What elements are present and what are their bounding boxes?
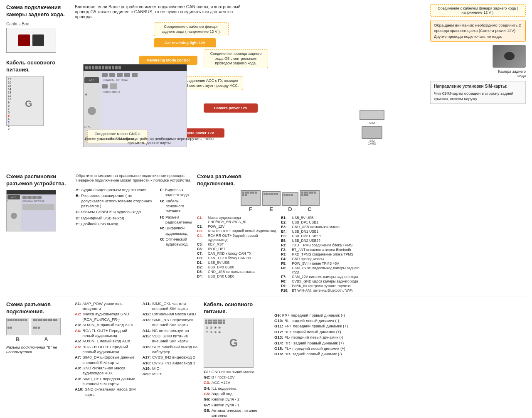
conn-id: D2: xyxy=(197,265,206,269)
conn-desc: CAN_RXD к блоку CAN TX xyxy=(208,251,251,256)
pin-item-a: A16:SUB линейный выход на сабвуфер xyxy=(142,344,200,355)
camera-power-1: Camera power 12V xyxy=(204,103,258,113)
pin-item-a: A5:AUXIN_L левый вход AUX xyxy=(75,339,138,344)
conn-f-label: F xyxy=(249,206,252,212)
pin-a-label: A5: xyxy=(75,339,81,344)
board-hi: H xyxy=(84,93,99,96)
conn-row: E6:USB_DN2 USB2? xyxy=(281,239,363,243)
cc-p7 xyxy=(301,194,303,196)
gp4 xyxy=(213,320,215,322)
conn-desc: USB_DP0 USB0 xyxy=(208,265,234,269)
pin-list-a: A1:AMP_POW усилитель мощностиA2:Масса ау… xyxy=(75,301,200,397)
gp10 xyxy=(208,322,210,324)
pin-a-label: A15: xyxy=(142,334,151,344)
warning-text: Внимание: если Ваше устройство имеет под… xyxy=(75,4,249,19)
pin-item: D:Одинарный USB выход xyxy=(76,216,153,221)
mid-warning: Обратите внимание на правильное подключе… xyxy=(76,173,192,182)
conn-id: F9: xyxy=(281,284,290,288)
bot-left-panel: Схема разъемов подключения. B xyxy=(6,301,71,418)
conn-row: C4:RCA RR OUT+ Задний правый аудиовыход xyxy=(197,234,278,242)
pin-item-a: A9:SIM0_DET передача данных внешней SIM … xyxy=(75,376,138,387)
chip-e xyxy=(102,73,108,77)
pin-16: 16 xyxy=(8,81,11,84)
pin-a-label: A2: xyxy=(75,312,81,322)
pin-item: O:Оптический аудиовыход xyxy=(160,237,192,247)
camera-area: Камера заднего вида xyxy=(430,45,526,78)
chip-n xyxy=(102,84,108,89)
conn-desc: BT WIH-ANI: антенна Bluetooth / WiFi xyxy=(292,288,352,293)
gn3: ④ xyxy=(214,326,217,329)
conn-c-pins xyxy=(300,191,319,197)
chip-d xyxy=(109,73,115,77)
conn-id: E5: xyxy=(281,234,290,238)
pin-desc: Цифровой аудиовыход xyxy=(165,226,192,236)
conn-row: E5:USB_DP2 USB2 ? xyxy=(281,234,363,238)
pin-7: 7 xyxy=(8,108,11,111)
conn-id: F8: xyxy=(281,279,290,283)
pin-item-g: G4:ILL подсветка xyxy=(204,386,270,391)
cc-p8 xyxy=(304,194,306,196)
conn-row: F5:POW_5V питание TPMS +5V xyxy=(281,261,363,266)
conn-row: F3:RXD_TPMS соединение Блока TPMS xyxy=(281,252,363,256)
conn-desc: USB_5V USB xyxy=(208,261,229,265)
ba-connector-area: B A xyxy=(6,318,71,342)
pin-desc: Разъем радиоантенны xyxy=(165,215,192,225)
ce-p1 xyxy=(264,193,266,195)
cb-p4 xyxy=(15,319,17,321)
cd-p3 xyxy=(288,194,291,196)
pin-label: H: xyxy=(160,215,164,225)
conn-id: C7: xyxy=(197,251,206,256)
conn-id: C3: xyxy=(197,229,206,233)
pin-item-a: A14:NC не используется xyxy=(142,328,200,333)
cf-p6 xyxy=(255,192,257,194)
conn-id: C1: xyxy=(197,216,206,224)
pin-g-desc: Кнопки руля - 1 xyxy=(212,403,239,408)
pin-item-g: G3:ACC +12V xyxy=(204,380,270,385)
conn-id: E1: xyxy=(281,216,290,220)
pin-9: 9 xyxy=(8,101,11,104)
pin-a-desc: AUXIN_L левый вход AUX xyxy=(82,339,130,344)
sb-coaxial: COAXIAL OPTICAL xyxy=(22,200,54,202)
conn-row: C6:IPOD_DET xyxy=(197,247,278,251)
gp16 xyxy=(223,322,225,324)
cf-p8 xyxy=(245,194,247,196)
pin-item: B:Резервное расширение ( не допускается … xyxy=(76,193,153,209)
conn-table-c2: E1:USB_5V USBE2:USB_DP1 USB1E3:GND_USB с… xyxy=(281,216,363,293)
cb-p8 xyxy=(25,319,27,321)
sb-chip-c xyxy=(32,196,37,199)
conn-desc: BT_ANT внешняя антенна Bluetooth xyxy=(292,248,351,252)
conn-e-pins xyxy=(263,192,280,196)
conn-desc: USB_DP2 USB2 ? xyxy=(292,234,321,238)
pin-g2-label: G14: xyxy=(274,341,283,346)
conn-id: D4: xyxy=(197,274,206,278)
ca-p8 xyxy=(50,319,52,321)
board-row-1 xyxy=(102,73,185,77)
conn-id: D1: xyxy=(197,261,206,265)
pin-a-desc: SIM0_RST перезапуск внешней SIM карты xyxy=(152,317,200,328)
pin-label: G: xyxy=(160,199,165,214)
sb-chip-d xyxy=(37,196,42,199)
gn7: ③ xyxy=(214,331,217,334)
conn-id: F4: xyxy=(281,257,290,261)
top-section: Схема подключения камеры заднего хода. C… xyxy=(6,4,526,168)
pin-2: 2 xyxy=(8,128,11,130)
pin-g2-desc: RR- задний правый динамик (-) xyxy=(284,352,342,357)
pin-g-desc: GND сигнальная масса xyxy=(212,369,254,374)
cable-title-bot: Кабель основного питания. xyxy=(204,301,270,315)
pin-g-desc: Задний ход xyxy=(212,391,232,396)
sb-chip-b xyxy=(27,196,32,199)
conn-a-box-wrap xyxy=(32,318,61,335)
pin-a-desc: SIM0_DA цифровые данные внешней SIM карт… xyxy=(82,355,138,365)
pin-a-desc: NC не используется xyxy=(152,328,189,333)
pin-label: B: xyxy=(76,193,80,209)
g-pins-mid xyxy=(205,322,252,324)
cd-p4 xyxy=(291,194,293,196)
cable-section: Кабель основного питания. 17 16 15 14 13… xyxy=(6,59,71,126)
pin-4 xyxy=(95,66,98,69)
conn-c-box xyxy=(300,190,320,206)
conn-f-pins xyxy=(241,191,260,197)
pin-item-g2: G10:RL- задний левый динамик (-) xyxy=(274,318,526,323)
gn6: ⑤ xyxy=(210,331,212,334)
pin-g2-desc: FR+ передний правый динамик (-) xyxy=(282,313,345,318)
pin-a-label: A9: xyxy=(75,376,81,387)
